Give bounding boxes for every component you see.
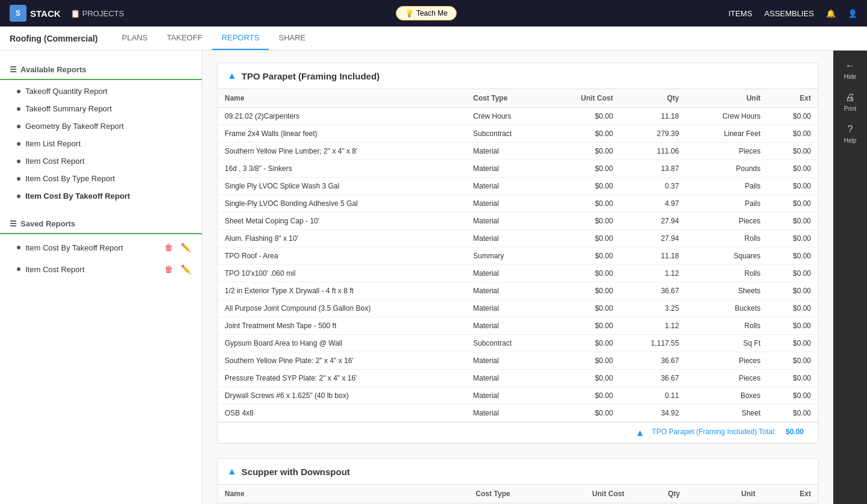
main-content: ▲ TPO Parapet (Framing Included) NameCos… (202, 51, 833, 504)
cell-ext-0-14: $0.00 (768, 352, 818, 370)
cell-costtype-0-15: Material (466, 370, 548, 387)
cell-qty-0-3: 13.87 (620, 160, 686, 178)
sidebar-item-item-cost-by-takeoff[interactable]: Item Cost By Takeoff Report (0, 187, 202, 205)
sidebar-item-item-list[interactable]: Item List Report (0, 135, 202, 152)
cell-costtype-0-14: Material (466, 352, 548, 370)
cell-unitcost-0-14: $0.00 (548, 352, 621, 370)
cell-costtype-0-12: Material (466, 317, 548, 335)
top-nav: S STACK 📋 PROJECTS 💡 Teach Me ITEMS ASSE… (0, 0, 867, 26)
project-title: Roofing (Commercial) (10, 34, 98, 43)
cell-costtype-0-8: Summary (466, 247, 548, 265)
cell-unit-0-11: Buckets (686, 300, 768, 317)
teach-me-button[interactable]: 💡 Teach Me (396, 6, 457, 20)
table-row: TPO Roof - Area Summary $0.00 11.18 Squa… (218, 247, 818, 265)
sidebar-item-item-cost-by-type[interactable]: Item Cost By Type Report (0, 170, 202, 187)
table-row: TPO 10'x100' .060 mil Material $0.00 1.1… (218, 265, 818, 282)
top-nav-right: ITEMS ASSEMBLIES 🔔 👤 (728, 9, 857, 18)
cell-name-0-3: 16d , 3 3/8" - Sinkers (218, 160, 466, 178)
cell-qty-0-9: 1.12 (620, 265, 686, 282)
sidebar-item-takeoff-summary[interactable]: Takeoff Summary Report (0, 100, 202, 117)
cell-ext-0-0: $0.00 (768, 108, 818, 125)
bullet-icon (17, 194, 20, 198)
cell-ext-0-15: $0.00 (768, 370, 818, 387)
cell-qty-0-5: 4.97 (620, 195, 686, 213)
bullet-icon (17, 125, 20, 128)
cell-unit-0-14: Pieces (686, 352, 768, 370)
cell-qty-0-1: 279.39 (620, 125, 686, 143)
cell-name-0-9: TPO 10'x100' .060 mil (218, 265, 466, 282)
hide-button[interactable]: ← Hide (833, 55, 867, 85)
cell-name-0-14: Southern Yellow Pine Plate: 2" x 4" x 16… (218, 352, 466, 370)
help-button[interactable]: ? Help (833, 119, 867, 149)
delete-saved-1-button[interactable]: 🗑 (162, 263, 175, 276)
cell-unit-0-5: Pails (686, 195, 768, 213)
total-value-0: $0.00 (786, 428, 804, 438)
edit-saved-1-button[interactable]: ✏️ (179, 263, 192, 276)
report-section-header-0: ▲ TPO Parapet (Framing Included) (218, 63, 818, 89)
teach-me-label: Teach Me (416, 9, 448, 17)
tab-share[interactable]: SHARE (269, 26, 315, 50)
cell-ext-0-9: $0.00 (768, 265, 818, 282)
tab-takeoff[interactable]: TAKEOFF (157, 26, 212, 50)
col-header-0-0: Name (218, 89, 466, 108)
saved-item-actions-0: 🗑 ✏️ (162, 241, 192, 254)
cell-unit-0-0: Crew Hours (686, 108, 768, 125)
tab-reports[interactable]: REPORTS (212, 26, 269, 50)
edit-saved-0-button[interactable]: ✏️ (179, 241, 192, 254)
cell-costtype-0-16: Material (466, 387, 548, 405)
cell-unitcost-0-1: $0.00 (548, 125, 621, 143)
col-header-0-1: Cost Type (466, 89, 548, 108)
bullet-icon (17, 90, 20, 93)
projects-nav[interactable]: 📋 PROJECTS (70, 9, 124, 18)
cell-qty-0-13: 1,117.55 (620, 335, 686, 352)
delete-saved-0-button[interactable]: 🗑 (162, 241, 175, 254)
items-link[interactable]: ITEMS (728, 9, 753, 18)
cell-ext-0-4: $0.00 (768, 178, 818, 195)
table-row: Gypsum Board Area to Hang @ Wall Subcont… (218, 335, 818, 352)
cell-qty-0-17: 34.92 (620, 405, 686, 422)
cell-costtype-0-5: Material (466, 195, 548, 213)
cell-name-0-11: All Purpose Joint Compound (3.5 Gallon B… (218, 300, 466, 317)
report-table-1: NameCost TypeUnit CostQtyUnitExt All-Pur… (218, 485, 818, 504)
saved-item-0[interactable]: Item Cost By Takeoff Report 🗑 ✏️ (0, 237, 202, 258)
top-nav-left: S STACK 📋 PROJECTS (10, 5, 124, 22)
sidebar-item-item-cost[interactable]: Item Cost Report (0, 152, 202, 170)
table-row: OSB 4x8 Material $0.00 34.92 Sheet $0.00 (218, 405, 818, 422)
list-icon: ☰ (10, 65, 17, 74)
cell-ext-0-6: $0.00 (768, 213, 818, 230)
available-reports-title: ☰ Available Reports (0, 60, 202, 80)
print-icon: 🖨 (845, 92, 855, 103)
col-header-1-3: Qty (631, 485, 687, 503)
sidebar-item-takeoff-quantity[interactable]: Takeoff Quantity Report (0, 82, 202, 100)
notification-icon[interactable]: 🔔 (826, 9, 836, 18)
cell-unitcost-0-8: $0.00 (548, 247, 621, 265)
cell-costtype-0-1: Subcontract (466, 125, 548, 143)
table-row: 09.21.02 (2)Carpenters Crew Hours $0.00 … (218, 108, 818, 125)
cell-costtype-0-3: Material (466, 160, 548, 178)
assemblies-link[interactable]: ASSEMBLIES (765, 9, 814, 18)
account-icon[interactable]: 👤 (848, 9, 857, 18)
table-row: Single-Ply LVOC Bonding Adhesive 5 Gal M… (218, 195, 818, 213)
cell-unitcost-0-6: $0.00 (548, 213, 621, 230)
cell-name-0-15: Pressure Treated SYP Plate: 2" x 4" x 16… (218, 370, 466, 387)
tab-plans[interactable]: PLANS (112, 26, 157, 50)
cell-name-0-7: Alum. Flashing 8" x 10' (218, 230, 466, 247)
cell-unitcost-0-10: $0.00 (548, 282, 621, 300)
cell-ext-0-16: $0.00 (768, 387, 818, 405)
table-row: Southern Yellow Pine Plate: 2" x 4" x 16… (218, 352, 818, 370)
teach-me-emoji: 💡 (405, 9, 414, 17)
cell-name-0-17: OSB 4x8 (218, 405, 466, 422)
cell-unit-0-10: Sheets (686, 282, 768, 300)
cell-qty-0-7: 27.94 (620, 230, 686, 247)
cell-unit-0-6: Pieces (686, 213, 768, 230)
cell-qty-0-10: 36.67 (620, 282, 686, 300)
cell-costtype-0-2: Material (466, 143, 548, 160)
saved-list-icon: ☰ (10, 219, 17, 228)
sidebar-item-geometry[interactable]: Geometry By Takeoff Report (0, 117, 202, 135)
saved-item-1[interactable]: Item Cost Report 🗑 ✏️ (0, 258, 202, 280)
cell-name-0-6: Sheet Metal Coping Cap - 10' (218, 213, 466, 230)
cell-name-0-8: TPO Roof - Area (218, 247, 466, 265)
cell-unit-0-7: Rolls (686, 230, 768, 247)
cell-unit-0-4: Pails (686, 178, 768, 195)
print-button[interactable]: 🖨 Print (833, 87, 867, 117)
